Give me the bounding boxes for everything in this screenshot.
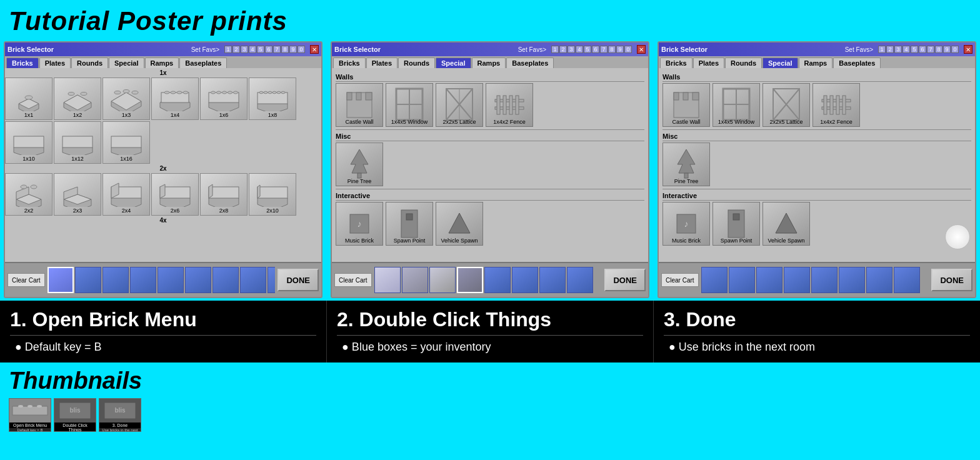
cart2-6[interactable] [512, 267, 538, 293]
fav2-6[interactable]: 6 [592, 46, 599, 53]
tab-rounds-3[interactable]: Rounds [725, 58, 762, 68]
fav-4[interactable]: 4 [249, 46, 256, 53]
window-3[interactable]: 1x4x5 Window [712, 83, 760, 127]
tab-bricks-3[interactable]: Bricks [660, 58, 692, 68]
done-btn-3[interactable]: DONE [931, 269, 972, 291]
cart-item-1-1[interactable] [48, 267, 74, 293]
fav3-9[interactable]: 9 [943, 46, 951, 53]
cart3-7[interactable] [866, 267, 892, 293]
cart-item-1-5[interactable] [158, 267, 184, 293]
pine-tree-2[interactable]: Pine Tree [336, 142, 383, 186]
fav3-5[interactable]: 5 [911, 46, 918, 53]
castle-wall-2[interactable]: Castle Wall [336, 83, 383, 127]
fav2-5[interactable]: 5 [584, 46, 591, 53]
cart2-3[interactable] [429, 267, 456, 293]
fav2-3[interactable]: 3 [568, 46, 575, 53]
tab-special-3[interactable]: Special [762, 58, 798, 68]
window-2[interactable]: 1x4x5 Window [386, 83, 433, 127]
music-brick-3[interactable]: ♪ Music Brick [662, 202, 710, 246]
brick-1x1[interactable]: 1x1 [5, 78, 52, 120]
cart3-1[interactable] [701, 267, 728, 293]
tab-ramps-3[interactable]: Ramps [799, 58, 833, 68]
fav2-4[interactable]: 4 [576, 46, 583, 53]
cart2-7[interactable] [539, 267, 566, 293]
fav-8[interactable]: 8 [281, 46, 289, 53]
lattice-2[interactable]: 2x2x5 Lattice [436, 83, 483, 127]
cart2-5[interactable] [484, 267, 511, 293]
fence-3[interactable]: 1x4x2 Fence [812, 83, 860, 127]
fence-2[interactable]: 1x4x2 Fence [486, 83, 533, 127]
cart-item-1-9[interactable] [268, 267, 276, 293]
tab-bricks-2[interactable]: Bricks [333, 58, 366, 68]
fav3-4[interactable]: 4 [902, 46, 910, 53]
cart2-4[interactable] [457, 267, 483, 293]
cart2-8[interactable] [567, 267, 593, 293]
tab-bricks-1[interactable]: Bricks [6, 58, 39, 68]
fav-1[interactable]: 1 [224, 46, 232, 53]
cart3-3[interactable] [756, 267, 782, 293]
brick-2x10[interactable]: 2x10 [249, 173, 296, 216]
close-button-2[interactable]: ✕ [637, 45, 646, 54]
brick-2x8[interactable]: 2x8 [200, 173, 248, 216]
thumbnail-3[interactable]: blis 3. Done Use bricks in the next room [99, 398, 141, 432]
fav-7[interactable]: 7 [273, 46, 281, 53]
tab-baseplates-1[interactable]: Baseplates [179, 58, 227, 68]
fav3-2[interactable]: 2 [886, 46, 894, 53]
fav3-6[interactable]: 6 [919, 46, 926, 53]
fav2-2[interactable]: 2 [559, 46, 567, 53]
brick-1x8[interactable]: 1x8 [249, 78, 296, 120]
fav2-7[interactable]: 7 [600, 46, 608, 53]
lattice-3[interactable]: 2x2x5 Lattice [762, 83, 810, 127]
brick-1x16[interactable]: 1x16 [102, 121, 150, 164]
fav2-9[interactable]: 9 [616, 46, 624, 53]
fav3-0[interactable]: 0 [951, 46, 959, 53]
tab-special-2[interactable]: Special [436, 58, 471, 68]
cart2-1[interactable] [374, 267, 401, 293]
brick-1x6[interactable]: 1x6 [200, 78, 248, 120]
thumbnail-2[interactable]: blis Double Click Things Blue boxes = yo… [54, 398, 96, 432]
cart3-2[interactable] [729, 267, 755, 293]
thumbnail-1[interactable]: Open Brick Menu Default key = B [9, 398, 51, 432]
done-btn-2[interactable]: DONE [604, 269, 646, 291]
cart3-4[interactable] [784, 267, 810, 293]
fav3-3[interactable]: 3 [894, 46, 902, 53]
brick-2x6[interactable]: 2x6 [151, 173, 199, 216]
fav3-1[interactable]: 1 [878, 46, 886, 53]
tab-baseplates-3[interactable]: Baseplates [833, 58, 881, 68]
spawn-point-3[interactable]: Spawn Point [712, 202, 760, 246]
tab-ramps-1[interactable]: Ramps [145, 58, 179, 68]
fav-0[interactable]: 0 [298, 46, 305, 53]
music-brick-2[interactable]: ♪ Music Brick [336, 202, 383, 246]
cart-item-1-8[interactable] [240, 267, 266, 293]
tab-plates-1[interactable]: Plates [39, 58, 71, 68]
spawn-point-2[interactable]: Spawn Point [386, 202, 433, 246]
brick-1x2[interactable]: 1x2 [54, 78, 101, 120]
vehicle-spawn-2[interactable]: Vehicle Spawn [436, 202, 483, 246]
castle-wall-3[interactable]: Castle Wall [662, 83, 710, 127]
cart2-2[interactable] [402, 267, 428, 293]
tab-plates-3[interactable]: Plates [693, 58, 724, 68]
tab-rounds-1[interactable]: Rounds [71, 58, 108, 68]
brick-2x2[interactable]: 2x2 [5, 173, 52, 216]
brick-1x12[interactable]: 1x12 [54, 121, 101, 164]
tab-special-1[interactable]: Special [109, 58, 144, 68]
fav2-8[interactable]: 8 [608, 46, 616, 53]
tab-ramps-2[interactable]: Ramps [472, 58, 506, 68]
fav-9[interactable]: 9 [289, 46, 297, 53]
close-button-1[interactable]: ✕ [310, 45, 319, 54]
cart-item-1-3[interactable] [102, 267, 129, 293]
cart3-6[interactable] [839, 267, 865, 293]
tab-baseplates-2[interactable]: Baseplates [506, 58, 554, 68]
fav3-8[interactable]: 8 [935, 46, 942, 53]
fav3-7[interactable]: 7 [927, 46, 934, 53]
clear-cart-btn-2[interactable]: Clear Cart [334, 273, 372, 287]
clear-cart-btn-1[interactable]: Clear Cart [8, 273, 45, 287]
cart3-5[interactable] [811, 267, 838, 293]
done-btn-1[interactable]: DONE [278, 269, 319, 291]
fav-5[interactable]: 5 [257, 46, 264, 53]
tab-plates-2[interactable]: Plates [366, 58, 398, 68]
fav-6[interactable]: 6 [265, 46, 272, 53]
fav2-0[interactable]: 0 [624, 46, 632, 53]
cart-item-1-4[interactable] [130, 267, 156, 293]
brick-2x4[interactable]: 2x4 [102, 173, 150, 216]
